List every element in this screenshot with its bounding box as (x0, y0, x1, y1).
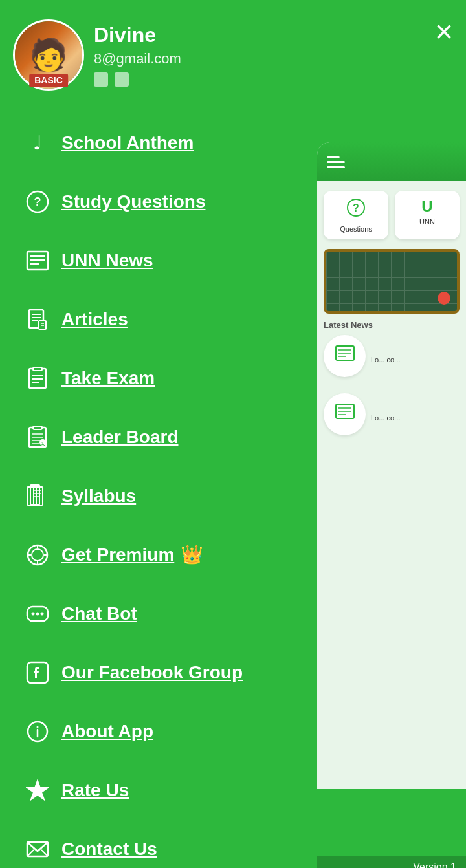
svg-text:?: ? (353, 202, 359, 213)
svg-point-40 (36, 612, 39, 615)
svg-point-33 (32, 549, 43, 561)
menu-label-facebook-group: Our Facebook Group (61, 662, 243, 683)
news-card-1 (324, 335, 366, 377)
brain-icon: ? (19, 184, 55, 219)
user-badge: BASIC (29, 74, 68, 87)
svg-text:1: 1 (41, 440, 44, 446)
hamburger-icon (327, 156, 345, 168)
premium-crown-icon: 👑 (181, 544, 203, 565)
news-card-icon-1 (335, 343, 355, 369)
user-name: Divine (94, 23, 453, 47)
info-icon (19, 713, 55, 749)
article-icon (19, 301, 55, 337)
exam-icon (19, 360, 55, 396)
menu-label-get-premium: Get Premium (61, 545, 174, 565)
syllabus-icon (19, 478, 55, 514)
svg-rect-27 (30, 485, 39, 505)
chalkboard (324, 249, 460, 314)
envelope-icon (19, 831, 55, 867)
svg-point-41 (40, 612, 43, 615)
menu-label-rate-us: Rate Us (61, 780, 129, 801)
unn-quick-label: UNN (400, 218, 454, 226)
questions-quick-btn: ? Questions (324, 191, 388, 239)
questions-quick-label: Questions (329, 225, 383, 233)
svg-point-45 (36, 726, 38, 728)
dot-2 (115, 72, 129, 87)
menu-label-school-anthem: School Anthem (61, 133, 194, 153)
right-panel-header (317, 142, 466, 181)
version-text: Version 1 (413, 862, 456, 868)
user-info: Divine 8@gmail.com (94, 23, 453, 87)
menu-label-articles: Articles (61, 309, 128, 330)
menu-label-take-exam: Take Exam (61, 368, 155, 389)
user-email: 8@gmail.com (94, 50, 453, 67)
menu-label-contact-us: Contact Us (61, 839, 157, 860)
unn-quick-icon: U (400, 197, 454, 215)
right-panel: ? Questions U UNN Latest News (317, 142, 466, 789)
star-icon (19, 772, 55, 808)
chatbot-icon (19, 596, 55, 631)
menu-label-syllabus: Syllabus (61, 486, 136, 506)
svg-line-49 (41, 850, 48, 856)
news-row-1: Lo... co... (324, 335, 460, 384)
menu-label-leader-board: Leader Board (61, 427, 179, 448)
svg-rect-28 (34, 487, 43, 505)
questions-quick-icon: ? (329, 197, 383, 222)
news-row-2: Lo... co... (324, 393, 460, 442)
svg-marker-46 (27, 781, 48, 799)
hamburger-line-3 (327, 166, 345, 168)
avatar-container: 🧑 BASIC (13, 19, 84, 91)
dot-1 (94, 72, 108, 87)
svg-rect-19 (33, 426, 42, 429)
news-text-2: Lo... co... (371, 414, 460, 422)
news-card-2 (324, 393, 366, 435)
hamburger-line-2 (327, 161, 345, 163)
premium-icon (19, 537, 55, 572)
svg-point-39 (31, 612, 34, 615)
hamburger-line-1 (327, 156, 340, 158)
svg-rect-26 (27, 487, 36, 505)
svg-text:?: ? (34, 195, 41, 208)
menu-label-chat-bot: Chat Bot (61, 603, 137, 624)
music-icon: ♩ (19, 125, 55, 160)
grid-lines (326, 252, 457, 311)
facebook-icon (19, 655, 55, 690)
news-icon (19, 243, 55, 278)
menu-label-unn-news: UNN News (61, 250, 153, 271)
news-card-icon-2 (335, 402, 355, 427)
news-text-1: Lo... co... (371, 356, 460, 363)
dots-container (94, 72, 453, 87)
leaderboard-icon: 1 (19, 419, 55, 455)
close-button[interactable]: × (435, 16, 453, 47)
menu-label-study-questions: Study Questions (61, 191, 205, 212)
svg-line-48 (27, 850, 34, 856)
menu-label-about-app: About App (61, 721, 153, 742)
quick-actions: ? Questions U UNN (324, 191, 460, 239)
svg-rect-14 (33, 367, 42, 371)
version-bar: Version 1 (317, 856, 466, 868)
header: 🧑 BASIC Divine 8@gmail.com × (0, 0, 466, 103)
news-section-label: Latest News (324, 320, 460, 330)
unn-quick-btn: U UNN (395, 191, 460, 239)
right-panel-content: ? Questions U UNN Latest News (317, 181, 466, 461)
